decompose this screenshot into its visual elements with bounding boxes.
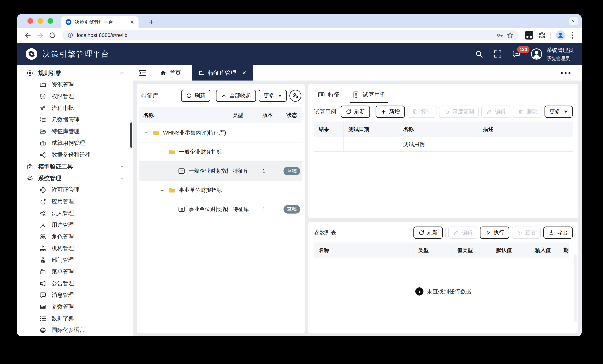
close-window-button[interactable] <box>27 18 33 24</box>
new-tab-button[interactable]: + <box>146 16 157 28</box>
sidebar-item-data-dictionary[interactable]: 数据字典 <box>17 313 133 324</box>
column-test-date[interactable]: 测试日期 <box>344 122 398 137</box>
trial-case-row[interactable]: 测试用例 <box>314 137 573 152</box>
tab-home[interactable]: 首页 <box>152 65 189 80</box>
sidebar-item-data-backup-migration[interactable]: 数据备份和迁移 <box>17 149 133 161</box>
minimize-window-button[interactable] <box>37 18 43 24</box>
sidebar-item-feature-library[interactable]: 特征库管理 <box>17 125 133 137</box>
column-name[interactable]: 名称 <box>314 242 413 258</box>
sidebar-item-menu[interactable]: 菜单管理 <box>17 266 133 278</box>
collapse-sidebar-button[interactable] <box>133 65 152 80</box>
tree-row[interactable]: − WHNS非零售内评(特征库) <box>139 123 302 142</box>
trial-copy-button[interactable]: 复制 <box>407 106 437 118</box>
column-version[interactable]: 版本 <box>258 107 281 123</box>
tree-row-selected[interactable]: 一般企业财务指标 特征库 1 草稿 <box>139 162 302 181</box>
trial-more-button[interactable]: 更多 <box>545 106 573 118</box>
tree-row[interactable]: 事业单位财报指标 特征库 1 草稿 <box>139 200 302 219</box>
column-expected-clipped[interactable]: 期 <box>560 242 569 258</box>
sidebar-item-parameter[interactable]: 参数管理 <box>17 301 133 313</box>
sidebar-item-message[interactable]: 消息管理 <box>17 289 133 301</box>
tree-row[interactable]: − 事业单位财报指标 <box>139 181 302 200</box>
collapse-row-icon[interactable]: − <box>159 149 165 155</box>
sidebar-item-department[interactable]: 部门管理 <box>17 254 133 266</box>
sidebar-item-permissions[interactable]: 权限管理 <box>17 91 133 102</box>
trial-deep-copy-button[interactable]: 深度复制 <box>439 106 479 118</box>
param-refresh-button[interactable]: 刷新 <box>413 227 443 239</box>
site-info-icon[interactable] <box>67 32 73 38</box>
column-name[interactable]: 名称 <box>139 107 228 123</box>
sidebar-item-metadata[interactable]: 123 元数据管理 <box>17 114 133 125</box>
user-menu[interactable]: 系统管理员 系统管理员 <box>531 46 573 62</box>
page-tab-bar: 首页 特征库管理 ✕ <box>133 65 582 81</box>
trial-edit-button[interactable]: 编辑 <box>481 106 510 118</box>
search-icon[interactable] <box>475 50 483 58</box>
reload-icon[interactable] <box>49 32 56 39</box>
user-name: 系统管理员 <box>546 46 573 54</box>
sidebar-item-i18n[interactable]: 国际化多语言 <box>17 324 133 336</box>
tab-search-button[interactable] <box>569 17 578 25</box>
horizontal-scrollbar-area[interactable] <box>308 325 578 333</box>
sidebar-item-trial-case[interactable]: 试算用例管理 <box>17 137 133 149</box>
collapse-row-icon[interactable]: − <box>159 187 165 193</box>
sidebar-item-application[interactable]: 应用管理 <box>17 196 133 207</box>
sidebar-group-rule-engine[interactable]: 规则引擎 <box>17 67 133 79</box>
tree-node-label: 事业单位财报指标 <box>179 186 222 194</box>
column-status[interactable]: 状态 <box>281 107 302 123</box>
column-type[interactable]: 类型 <box>228 107 258 123</box>
column-description[interactable]: 描述 <box>478 122 573 137</box>
browser-profile-avatar[interactable] <box>556 30 565 40</box>
vertical-scrollbar-track[interactable] <box>574 254 577 322</box>
bookmark-star-icon[interactable] <box>507 32 514 39</box>
back-icon[interactable] <box>24 32 32 39</box>
param-export-button[interactable]: 导出 <box>543 227 573 239</box>
column-default-value[interactable]: 默认值 <box>491 242 530 258</box>
tab-feature-library-management[interactable]: 特征库管理 ✕ <box>192 65 253 80</box>
sidebar-item-resources[interactable]: 资源管理 <box>17 79 133 91</box>
tab-feature[interactable]: 特征 <box>316 89 341 103</box>
close-tab-icon[interactable]: ✕ <box>130 19 134 25</box>
column-input-value[interactable]: 输入值 <box>530 242 560 258</box>
more-button[interactable]: 更多 <box>259 90 287 102</box>
column-result[interactable]: 结果 <box>314 122 344 137</box>
sidebar-group-system-management[interactable]: 系统管理 <box>17 172 133 184</box>
sidebar-item-organization[interactable]: 机构管理 <box>17 242 133 254</box>
sidebar-item-process-approval[interactable]: 流程审批 <box>17 102 133 114</box>
trial-delete-button[interactable]: 删除 <box>513 106 542 118</box>
sidebar-item-license[interactable]: 许可证管理 <box>17 184 133 196</box>
cluster-icon <box>26 69 34 77</box>
tree-row[interactable]: − 一般企业财务指标 <box>139 142 302 162</box>
param-execute-button[interactable]: 执行 <box>480 227 509 239</box>
forward-icon[interactable] <box>36 32 44 39</box>
url-text[interactable]: localhost:8080/#/re/lib <box>77 32 493 38</box>
refresh-button[interactable]: 刷新 <box>181 90 210 102</box>
sidebar-scrollbar-thumb[interactable] <box>130 123 132 148</box>
sidebar-item-user[interactable]: 用户管理 <box>17 219 133 231</box>
column-type[interactable]: 类型 <box>413 242 452 258</box>
sidebar-item-announcement[interactable]: 公告管理 <box>17 278 133 289</box>
param-edit-button[interactable]: 编辑 <box>448 227 477 239</box>
extension-button-icon[interactable] <box>525 31 533 40</box>
messages-button[interactable]: 120 <box>512 50 521 58</box>
zoom-window-button[interactable] <box>47 18 53 24</box>
collapse-row-icon[interactable]: − <box>143 130 149 136</box>
page-more-button[interactable] <box>561 65 582 80</box>
sidebar-group-model-validation[interactable]: 模型验证工具 <box>17 161 133 172</box>
trial-add-button[interactable]: 新增 <box>376 106 405 118</box>
user-settings-button[interactable] <box>290 90 301 102</box>
fullscreen-icon[interactable] <box>493 50 502 58</box>
column-value-type[interactable]: 值类型 <box>452 242 491 258</box>
close-page-tab-icon[interactable]: ✕ <box>242 70 246 76</box>
sidebar-item-legal-entity[interactable]: 法人管理 <box>17 207 133 219</box>
param-view-button[interactable]: 查看 <box>512 227 541 239</box>
address-bar[interactable]: localhost:8080/#/re/lib <box>62 30 519 40</box>
password-key-icon[interactable] <box>496 32 503 39</box>
trial-refresh-button[interactable]: 刷新 <box>341 106 370 118</box>
collapse-all-button[interactable]: 全部收起 <box>216 90 256 102</box>
column-name[interactable]: 名称 <box>398 122 478 137</box>
tab-trial-case[interactable]: 试算用例 <box>351 89 387 103</box>
extensions-puzzle-icon[interactable] <box>538 32 546 39</box>
sidebar-group-label: 模型验证工具 <box>38 163 115 171</box>
sidebar-item-role[interactable]: 角色管理 <box>17 231 133 242</box>
browser-menu-icon[interactable] <box>570 32 575 39</box>
browser-tab[interactable]: 决策引擎管理平台 ✕ <box>61 16 139 28</box>
